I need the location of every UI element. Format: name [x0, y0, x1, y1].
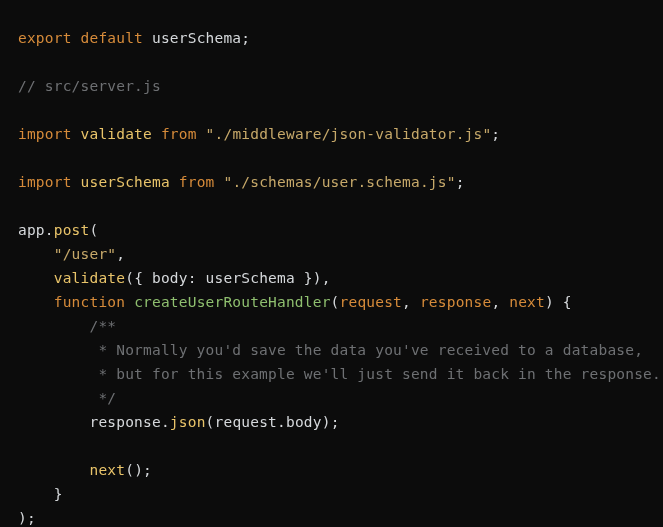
ident-app: app — [18, 222, 45, 238]
punct-paren-close: ) — [18, 510, 27, 526]
punct-colon: : — [188, 270, 197, 286]
fn-validate: validate — [54, 270, 125, 286]
punct-brace-close: } — [54, 486, 63, 502]
param-next: next — [509, 294, 545, 310]
punct-brace-open: { — [554, 294, 572, 310]
kw-import: import — [18, 126, 72, 142]
punct-semi: ; — [456, 174, 465, 190]
code-line: next(); — [18, 462, 152, 478]
code-line: function createUserRouteHandler(request,… — [18, 294, 572, 310]
punct-dot: . — [161, 414, 170, 430]
string-literal: "./schemas/user.schema.js" — [223, 174, 455, 190]
punct-semi: ; — [331, 414, 340, 430]
code-line: * but for this example we'll just send i… — [18, 366, 661, 382]
method-post: post — [54, 222, 90, 238]
punct-dot: . — [45, 222, 54, 238]
punct-semi: ; — [491, 126, 500, 142]
code-line: export default userSchema; — [18, 30, 250, 46]
param-request: request — [340, 294, 403, 310]
code-line: */ — [18, 390, 116, 406]
ident-response: response — [89, 414, 160, 430]
punct-semi: ; — [143, 462, 152, 478]
punct-paren-close: ) — [134, 462, 143, 478]
punct-semi: ; — [241, 30, 250, 46]
punct-comma: , — [322, 270, 331, 286]
comment: * Normally you'd save the data you've re… — [89, 342, 643, 358]
punct-paren-close: ) — [545, 294, 554, 310]
code-line: } — [18, 486, 63, 502]
comment: // src/server.js — [18, 78, 161, 94]
punct-brace-open: { — [134, 270, 152, 286]
punct-paren-open: ( — [89, 222, 98, 238]
punct-comma: , — [402, 294, 411, 310]
punct-comma: , — [116, 246, 125, 262]
comment: * but for this example we'll just send i… — [89, 366, 661, 382]
kw-from: from — [161, 126, 197, 142]
code-line: "/user", — [18, 246, 125, 262]
code-line: response.json(request.body); — [18, 414, 340, 430]
method-json: json — [170, 414, 206, 430]
punct-paren-open: ( — [125, 462, 134, 478]
punct-paren-open: ( — [206, 414, 215, 430]
punct-semi: ; — [27, 510, 36, 526]
key-body: body — [152, 270, 188, 286]
kw-from: from — [179, 174, 215, 190]
code-line: validate({ body: userSchema }), — [18, 270, 331, 286]
code-line: ); — [18, 510, 36, 526]
ident-request: request — [215, 414, 278, 430]
ident-validate: validate — [81, 126, 152, 142]
ident-userschema: userSchema — [206, 270, 295, 286]
code-block: export default userSchema; // src/server… — [0, 0, 663, 527]
code-line: * Normally you'd save the data you've re… — [18, 342, 643, 358]
comment: */ — [89, 390, 116, 406]
kw-function: function — [54, 294, 125, 310]
code-line: app.post( — [18, 222, 98, 238]
fn-next: next — [89, 462, 125, 478]
code-line: /** — [18, 318, 116, 334]
code-line: import validate from "./middleware/json-… — [18, 126, 500, 142]
punct-dot: . — [277, 414, 286, 430]
kw-import: import — [18, 174, 72, 190]
code-line: import userSchema from "./schemas/user.s… — [18, 174, 465, 190]
kw-export: export — [18, 30, 72, 46]
punct-paren-close: ) — [322, 414, 331, 430]
punct-comma: , — [491, 294, 500, 310]
param-response: response — [420, 294, 491, 310]
code-line: // src/server.js — [18, 78, 161, 94]
ident-userschema: userSchema — [152, 30, 241, 46]
string-literal: "./middleware/json-validator.js" — [206, 126, 492, 142]
ident-userschema: userSchema — [81, 174, 170, 190]
ident-body: body — [286, 414, 322, 430]
comment: /** — [89, 318, 116, 334]
fn-name: createUserRouteHandler — [134, 294, 330, 310]
kw-default: default — [81, 30, 144, 46]
punct-paren-open: ( — [331, 294, 340, 310]
punct-brace-close: } — [295, 270, 313, 286]
string-literal: "/user" — [54, 246, 117, 262]
punct-paren-open: ( — [125, 270, 134, 286]
punct-paren-close: ) — [313, 270, 322, 286]
